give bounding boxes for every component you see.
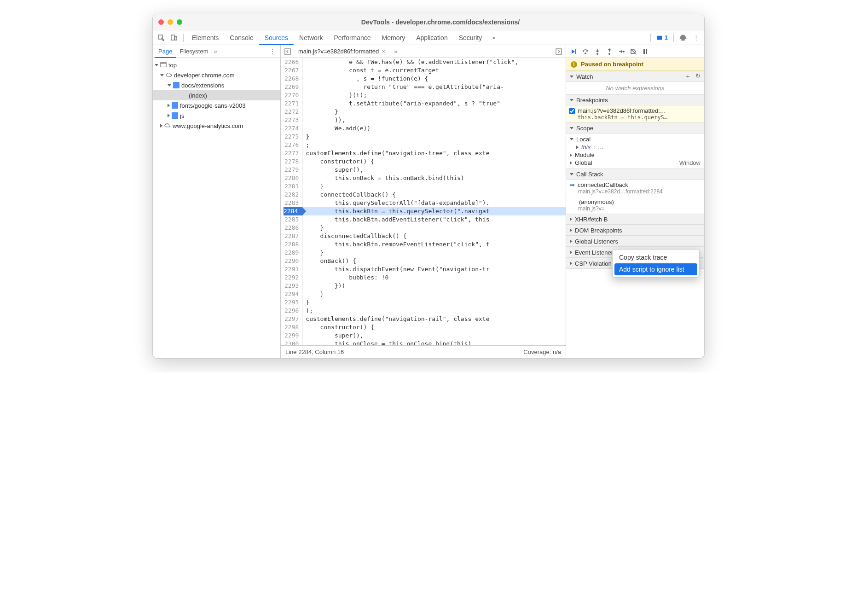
cloud-icon bbox=[166, 72, 172, 78]
zoom-window-button[interactable] bbox=[177, 19, 182, 25]
expand-icon bbox=[155, 64, 158, 66]
scope-module[interactable]: Module bbox=[570, 151, 701, 159]
code-body[interactable]: 2266226722682269227022712272227322742275… bbox=[281, 58, 566, 345]
nav-fwd-icon[interactable] bbox=[554, 48, 564, 55]
svg-rect-4 bbox=[161, 63, 166, 67]
tab-elements[interactable]: Elements bbox=[186, 30, 224, 45]
tab-application[interactable]: Application bbox=[411, 30, 453, 45]
paused-banner: i Paused on breakpoint bbox=[566, 58, 704, 71]
coverage-status: Coverage: n/a bbox=[523, 349, 561, 355]
callstack-frame-top[interactable]: ➡connectedCallback main.js?v=e382d…forma… bbox=[566, 180, 704, 197]
refresh-watch-icon[interactable]: ↻ bbox=[695, 72, 701, 81]
svg-rect-7 bbox=[556, 49, 562, 54]
close-window-button[interactable] bbox=[158, 19, 164, 25]
tree-folder-fonts[interactable]: fonts/google-sans-v2003 bbox=[153, 100, 280, 110]
ctx-copy-stack-trace[interactable]: Copy stack trace bbox=[614, 251, 697, 263]
divider bbox=[183, 34, 184, 42]
dom-bp-header[interactable]: DOM Breakpoints bbox=[566, 225, 704, 236]
issues-button[interactable]: 1 bbox=[654, 33, 671, 42]
inspect-icon[interactable] bbox=[155, 31, 168, 44]
scope-this[interactable]: this: … bbox=[570, 143, 701, 151]
settings-gear-icon[interactable] bbox=[677, 31, 689, 44]
tree-folder-fonts-label: fonts/google-sans-v2003 bbox=[180, 102, 245, 109]
tab-console[interactable]: Console bbox=[224, 30, 259, 45]
watch-header[interactable]: Watch ＋ ↻ bbox=[566, 71, 704, 82]
code-tab-main[interactable]: main.js?v=e382d86f:formatted × bbox=[295, 45, 389, 58]
more-subtabs-icon[interactable]: » bbox=[214, 48, 217, 55]
close-tab-icon[interactable]: × bbox=[382, 48, 385, 55]
navigator-menu-icon[interactable]: ⋮ bbox=[267, 48, 278, 55]
expand-icon bbox=[160, 74, 164, 76]
line-gutter[interactable]: 2266226722682269227022712272227322742275… bbox=[281, 58, 303, 345]
deactivate-bp-button[interactable] bbox=[630, 48, 637, 55]
issues-count: 1 bbox=[665, 34, 668, 41]
tree-origin-ga[interactable]: www.google-analytics.com bbox=[153, 121, 280, 131]
tab-sources[interactable]: Sources bbox=[259, 30, 294, 45]
code-tabbar: main.js?v=e382d86f:formatted × » bbox=[281, 45, 566, 58]
debugger-toolbar bbox=[566, 45, 704, 58]
watch-empty: No watch expressions bbox=[566, 82, 704, 94]
current-frame-icon: ➡ bbox=[570, 181, 575, 188]
device-toggle-icon[interactable] bbox=[168, 31, 180, 44]
step-out-button[interactable] bbox=[606, 48, 613, 55]
scope-local[interactable]: Local bbox=[570, 135, 701, 143]
resume-button[interactable] bbox=[570, 48, 577, 55]
tab-network[interactable]: Network bbox=[294, 30, 328, 45]
kebab-menu-icon[interactable]: ⋮ bbox=[689, 31, 702, 44]
more-code-tabs-icon[interactable]: » bbox=[391, 48, 401, 55]
file-tree: top developer.chrome.com docs/extensions… bbox=[153, 58, 280, 133]
breakpoint-code: this.backBtn = this.queryS… bbox=[578, 114, 701, 121]
breakpoint-checkbox[interactable] bbox=[569, 108, 575, 114]
tree-top-label: top bbox=[168, 62, 177, 69]
ctx-add-ignore-list[interactable]: Add script to ignore list bbox=[614, 263, 697, 275]
tab-memory[interactable]: Memory bbox=[376, 30, 411, 45]
more-tabs-icon[interactable]: » bbox=[487, 31, 500, 44]
scope-global[interactable]: GlobalWindow bbox=[570, 159, 701, 167]
code-lines[interactable]: e && !We.has(e) && (e.addEventListener("… bbox=[303, 58, 566, 345]
step-into-button[interactable] bbox=[594, 48, 601, 55]
folder-icon bbox=[172, 102, 178, 109]
tab-security[interactable]: Security bbox=[453, 30, 488, 45]
svg-rect-14 bbox=[643, 49, 645, 54]
breakpoints-header[interactable]: Breakpoints bbox=[566, 94, 704, 105]
global-listeners-header[interactable]: Global Listeners bbox=[566, 236, 704, 247]
tab-performance[interactable]: Performance bbox=[328, 30, 376, 45]
tree-folder-js[interactable]: js bbox=[153, 110, 280, 121]
svg-point-12 bbox=[623, 51, 624, 52]
collapse-icon bbox=[168, 104, 170, 107]
scope-body: Local this: … Module GlobalWindow bbox=[566, 134, 704, 169]
pause-exceptions-button[interactable] bbox=[642, 48, 649, 55]
folder-icon bbox=[173, 82, 180, 88]
step-button[interactable] bbox=[618, 48, 625, 55]
step-over-button[interactable] bbox=[582, 48, 589, 55]
minimize-window-button[interactable] bbox=[168, 19, 173, 25]
subtab-filesystem[interactable]: Filesystem bbox=[176, 45, 212, 58]
file-icon bbox=[180, 92, 187, 99]
callstack-header[interactable]: Call Stack bbox=[566, 169, 704, 180]
breakpoint-item[interactable]: main.js?v=e382d86f:formatted:… this.back… bbox=[566, 105, 704, 122]
add-watch-icon[interactable]: ＋ bbox=[685, 72, 691, 81]
expand-icon bbox=[168, 84, 171, 87]
subtab-page[interactable]: Page bbox=[155, 45, 176, 58]
svg-rect-3 bbox=[657, 35, 662, 40]
scope-header[interactable]: Scope bbox=[566, 122, 704, 134]
tree-origin[interactable]: developer.chrome.com bbox=[153, 70, 280, 80]
svg-rect-8 bbox=[575, 49, 576, 54]
navigator-subtabs: Page Filesystem » ⋮ bbox=[153, 45, 280, 58]
devtools-window: DevTools - developer.chrome.com/docs/ext… bbox=[152, 14, 705, 359]
svg-point-9 bbox=[585, 52, 586, 53]
tree-file-index[interactable]: (index) bbox=[153, 90, 280, 100]
divider bbox=[650, 34, 651, 42]
svg-point-11 bbox=[609, 53, 610, 54]
svg-rect-6 bbox=[285, 49, 290, 54]
svg-point-10 bbox=[597, 53, 598, 54]
tree-folder-docs[interactable]: docs/extensions bbox=[153, 80, 280, 90]
nav-back-icon[interactable] bbox=[283, 48, 293, 55]
tree-top[interactable]: top bbox=[153, 60, 280, 70]
tree-origin-label: developer.chrome.com bbox=[174, 72, 235, 79]
collapse-icon bbox=[168, 114, 170, 117]
window-titlebar: DevTools - developer.chrome.com/docs/ext… bbox=[153, 14, 704, 30]
xhr-bp-header[interactable]: XHR/fetch B bbox=[566, 214, 704, 225]
paused-text: Paused on breakpoint bbox=[581, 61, 643, 68]
callstack-frame-anon[interactable]: (anonymous) main.js?v= bbox=[566, 197, 704, 214]
